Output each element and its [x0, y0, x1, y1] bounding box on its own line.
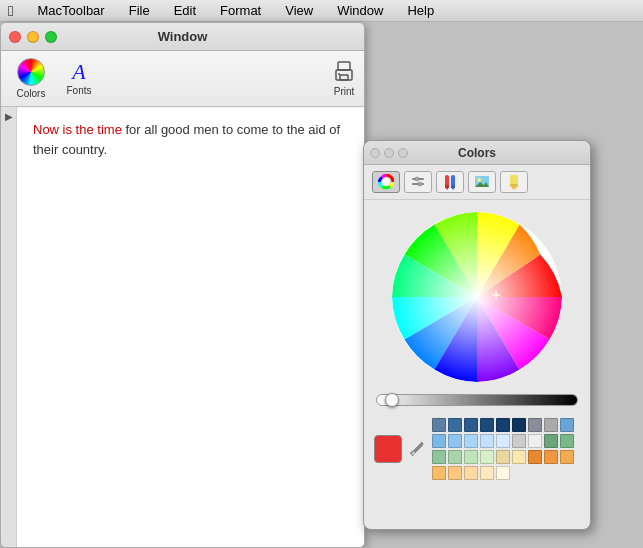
window-titlebar: Window — [1, 23, 364, 51]
svg-marker-16 — [451, 187, 455, 190]
swatch-item[interactable] — [560, 434, 574, 448]
traffic-lights — [9, 31, 57, 43]
colors-minimize[interactable] — [384, 148, 394, 158]
svg-point-3 — [338, 73, 340, 75]
swatches-area — [364, 410, 590, 484]
menubar-edit[interactable]: Edit — [170, 1, 200, 20]
pencil-tab-icon — [506, 174, 522, 190]
maximize-button[interactable] — [45, 31, 57, 43]
tab-crayons[interactable] — [436, 171, 464, 193]
window-title: Window — [158, 29, 208, 44]
svg-rect-2 — [340, 75, 348, 80]
colors-panel: Colors — [363, 140, 591, 530]
swatch-item[interactable] — [464, 450, 478, 464]
crayons-tab-icon — [442, 174, 458, 190]
swatch-item[interactable] — [512, 450, 526, 464]
svg-point-6 — [382, 178, 390, 186]
menubar-format[interactable]: Format — [216, 1, 265, 20]
svg-point-10 — [418, 182, 422, 186]
swatch-item[interactable] — [480, 466, 494, 480]
swatch-item[interactable] — [480, 450, 494, 464]
swatch-item[interactable] — [496, 450, 510, 464]
colors-toolbar-item[interactable]: Colors — [9, 54, 53, 103]
swatch-item[interactable] — [560, 450, 574, 464]
print-label: Print — [334, 86, 355, 97]
colors-panel-title: Colors — [458, 146, 496, 160]
menubar-window[interactable]: Window — [333, 1, 387, 20]
swatch-item[interactable] — [464, 466, 478, 480]
minimize-button[interactable] — [27, 31, 39, 43]
svg-marker-15 — [445, 187, 449, 190]
color-wheel-icon — [17, 58, 45, 86]
fonts-label: Fonts — [66, 85, 91, 96]
swatch-item[interactable] — [480, 434, 494, 448]
swatch-item[interactable] — [448, 434, 462, 448]
swatch-item[interactable] — [528, 418, 542, 432]
svg-point-9 — [415, 177, 419, 181]
svg-marker-21 — [510, 186, 518, 190]
swatch-item[interactable] — [560, 418, 574, 432]
swatch-item[interactable] — [512, 434, 526, 448]
swatch-item[interactable] — [496, 434, 510, 448]
red-text: Now is the time — [33, 122, 122, 137]
brightness-track[interactable] — [376, 394, 578, 406]
image-tab-icon — [474, 174, 490, 190]
tab-image[interactable] — [468, 171, 496, 193]
colors-mode-tabs — [364, 165, 590, 200]
toolbar: Colors A Fonts Print — [1, 51, 364, 107]
swatch-item[interactable] — [432, 434, 446, 448]
print-toolbar-item[interactable]: Print — [332, 60, 356, 97]
color-swatches-grid — [432, 418, 580, 480]
colors-traffic-lights — [370, 148, 408, 158]
tab-sliders[interactable] — [404, 171, 432, 193]
colors-panel-titlebar: Colors — [364, 141, 590, 165]
swatch-item[interactable] — [496, 466, 510, 480]
swatch-item[interactable] — [448, 418, 462, 432]
swatch-item[interactable] — [544, 434, 558, 448]
fonts-toolbar-item[interactable]: A Fonts — [57, 57, 101, 100]
tab-pencil[interactable] — [500, 171, 528, 193]
swatch-item[interactable] — [464, 418, 478, 432]
color-wheel-display[interactable] — [364, 200, 590, 390]
color-wheel-canvas[interactable] — [392, 212, 562, 382]
menubar-help[interactable]: Help — [403, 1, 438, 20]
swatch-item[interactable] — [528, 434, 542, 448]
apple-menu[interactable]:  — [8, 2, 13, 19]
swatch-item[interactable] — [496, 418, 510, 432]
sliders-tab-icon — [410, 174, 426, 190]
svg-rect-0 — [338, 62, 350, 70]
svg-point-24 — [392, 212, 562, 382]
color-wheel-tab-icon — [378, 174, 394, 190]
swatch-item[interactable] — [432, 466, 446, 480]
brightness-thumb[interactable] — [385, 393, 399, 407]
close-button[interactable] — [9, 31, 21, 43]
colors-close[interactable] — [370, 148, 380, 158]
document-text: Now is the time for all good men to come… — [17, 108, 364, 171]
colors-label: Colors — [17, 88, 46, 99]
swatch-item[interactable] — [432, 450, 446, 464]
tab-color-wheel[interactable] — [372, 171, 400, 193]
selected-color-swatch[interactable] — [374, 435, 402, 463]
swatch-item[interactable] — [512, 418, 526, 432]
eyedropper-button[interactable] — [406, 438, 428, 460]
swatch-item[interactable] — [544, 450, 558, 464]
brightness-slider[interactable] — [364, 390, 590, 410]
menubar-mactoolbar[interactable]: MacToolbar — [33, 1, 108, 20]
menubar-view[interactable]: View — [281, 1, 317, 20]
document-area[interactable]: Now is the time for all good men to come… — [17, 108, 364, 547]
sidebar-strip: ▶ — [1, 107, 17, 547]
swatch-item[interactable] — [544, 418, 558, 432]
swatch-item[interactable] — [448, 466, 462, 480]
menubar:  MacToolbar File Edit Format View Windo… — [0, 0, 643, 22]
sidebar-arrow[interactable]: ▶ — [5, 111, 13, 122]
colors-maximize[interactable] — [398, 148, 408, 158]
swatch-item[interactable] — [432, 418, 446, 432]
eyedropper-icon — [408, 440, 426, 458]
menubar-file[interactable]: File — [125, 1, 154, 20]
swatch-item[interactable] — [480, 418, 494, 432]
print-icon — [332, 60, 356, 84]
swatch-item[interactable] — [448, 450, 462, 464]
swatch-item[interactable] — [464, 434, 478, 448]
swatch-item[interactable] — [528, 450, 542, 464]
main-window: Window Colors A Fonts Print ▶ Now is the… — [0, 22, 365, 548]
